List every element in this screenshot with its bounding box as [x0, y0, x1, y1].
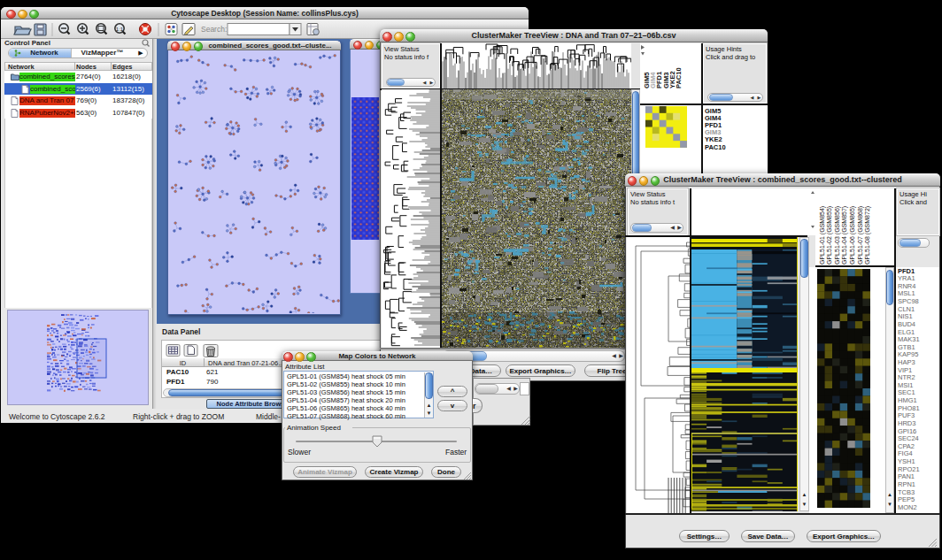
- svg-text:SEC24: SEC24: [898, 434, 919, 442]
- svg-text:GPL51-01 (GSM854): GPL51-01 (GSM854): [819, 206, 826, 265]
- svg-text:MON2: MON2: [898, 503, 917, 511]
- svg-text:PAN1: PAN1: [898, 472, 915, 480]
- svg-text:GPL51-03 (GSM856): GPL51-03 (GSM856): [834, 206, 841, 265]
- svg-text:GPL51-07 (GSM868): GPL51-07 (GSM868): [857, 206, 864, 265]
- svg-text:PAC10: PAC10: [675, 67, 683, 88]
- svg-text:GPL51-04 (GSM857): GPL51-04 (GSM857): [841, 206, 848, 265]
- svg-text:GPL51-06 (GSM865): GPL51-06 (GSM865): [849, 206, 856, 265]
- svg-text:HMG1: HMG1: [898, 396, 917, 404]
- svg-text:GPL51-08 (GSM872): GPL51-08 (GSM872): [864, 206, 871, 265]
- svg-text:BUD4: BUD4: [898, 320, 915, 328]
- svg-text:RNR4: RNR4: [898, 282, 915, 290]
- svg-text:1:1: 1:1: [116, 27, 124, 32]
- svg-text:GPL51-02 (GSM855): GPL51-02 (GSM855): [826, 206, 833, 265]
- svg-text:Search:: Search:: [201, 25, 227, 34]
- svg-text:HAP3: HAP3: [898, 358, 915, 366]
